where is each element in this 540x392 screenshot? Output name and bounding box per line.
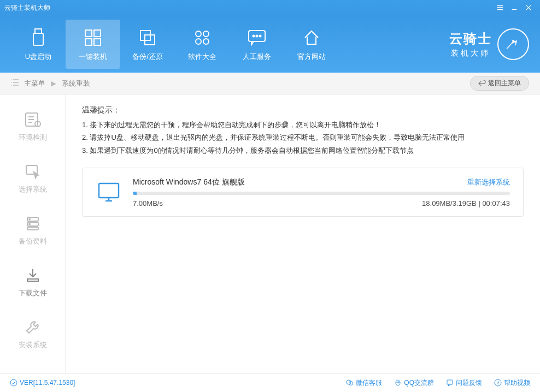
svg-point-16 [512,40,514,42]
nav-label: 备份/还原 [132,52,163,62]
download-icon [25,265,41,285]
sidebar: 环境检测 选择系统 备份资料 下载文件 安装系统 [0,94,66,373]
svg-rect-25 [99,183,119,198]
svg-rect-5 [94,39,101,45]
main-content: 温馨提示： 1. 接下来的过程无需您的干预，程序会帮助您自动完成剩下的步骤，您可… [66,94,540,373]
brand-sub: 装机大师 [451,49,490,58]
svg-point-27 [347,380,351,384]
tips-title: 温馨提示： [82,105,524,115]
tips-line-3: 3. 如果遇到下载速度为0的情况时请耐心等待几分钟，服务器会自动根据您当前网络位… [82,144,524,157]
nav-website[interactable]: 官方网站 [284,20,339,69]
os-name: Microsoft Windows7 64位 旗舰版 [133,177,245,187]
brand: 云骑士 装机大师 [449,28,529,60]
svg-rect-32 [447,380,453,384]
nav-label: 软件大全 [188,52,216,62]
sidebar-item-select-system[interactable]: 选择系统 [0,152,65,204]
list-icon [11,79,20,88]
nav-label: 官方网站 [297,52,326,62]
svg-point-10 [196,39,201,44]
footer: VER[11.5.47.1530] 微信客服 QQ交流群 问题反馈 帮助视频 [0,373,540,392]
reselect-system-link[interactable]: 重新选择系统 [467,177,510,187]
nav-backup-restore[interactable]: 备份/还原 [120,20,175,69]
home-icon [302,27,321,49]
svg-point-15 [260,35,261,37]
titlebar: 云骑士装机大师 [0,0,540,15]
brand-logo-icon [497,28,529,60]
back-to-main-button[interactable]: 返回主菜单 [470,76,529,91]
download-progress-text: 18.09MB/3.19GB | 00:07:43 [422,199,510,207]
sidebar-item-backup-data[interactable]: 备份资料 [0,204,65,256]
usb-icon [30,27,47,49]
backup-icon [138,27,157,49]
footer-feedback[interactable]: 问题反馈 [446,378,482,388]
footer-help-video[interactable]: 帮助视频 [494,378,530,388]
download-card: Microsoft Windows7 64位 旗舰版 重新选择系统 7.00MB… [82,168,524,217]
svg-point-24 [29,223,30,224]
svg-rect-1 [33,33,43,45]
database-icon [25,213,41,233]
svg-point-8 [196,31,201,37]
svg-rect-3 [94,30,101,37]
svg-point-31 [398,382,400,383]
windows-icon [84,27,102,49]
svg-rect-4 [85,39,92,45]
nav-label: 人工服务 [243,52,271,62]
svg-rect-0 [35,29,42,33]
svg-point-14 [256,35,258,37]
svg-rect-2 [85,30,92,37]
app-title: 云骑士装机大师 [4,3,50,13]
checklist-icon [24,110,42,129]
version-label[interactable]: VER[11.5.47.1530] [10,379,75,387]
top-nav: U盘启动 一键装机 备份/还原 软件大全 人工服务 官方网站 云骑士 装机大师 [0,15,540,73]
svg-point-29 [396,380,400,385]
progress-fill [133,192,137,195]
breadcrumb: 主菜单 ▶ 系统重装 返回主菜单 [0,73,540,94]
svg-point-9 [203,31,209,37]
nav-one-click-install[interactable]: 一键装机 [66,20,120,69]
monitor-icon [96,179,122,205]
footer-wechat-support[interactable]: 微信客服 [346,378,382,388]
svg-point-23 [29,218,30,219]
breadcrumb-root[interactable]: 主菜单 [24,79,45,88]
download-speed: 7.00MB/s [133,199,163,207]
sidebar-label: 备份资料 [19,236,47,246]
tips-line-1: 1. 接下来的过程无需您的干预，程序会帮助您自动完成剩下的步骤，您可以离开电脑稍… [82,118,524,131]
nav-software[interactable]: 软件大全 [175,20,230,69]
apps-icon [193,27,212,49]
back-label: 返回主菜单 [488,79,521,88]
sidebar-label: 选择系统 [19,185,47,194]
close-button[interactable] [521,2,536,13]
svg-point-11 [203,39,209,44]
svg-point-30 [397,382,398,383]
sidebar-label: 安装系统 [19,340,47,350]
minimize-button[interactable] [507,2,521,13]
sidebar-item-download[interactable]: 下载文件 [0,256,65,307]
sidebar-label: 下载文件 [19,288,47,298]
breadcrumb-current: 系统重装 [62,79,90,88]
sidebar-item-install[interactable]: 安装系统 [0,307,65,359]
chat-icon [247,27,267,49]
cursor-select-icon [24,162,42,181]
nav-usb-boot[interactable]: U盘启动 [11,20,66,69]
sidebar-label: 环境检测 [19,133,47,142]
chevron-right-icon: ▶ [51,79,56,87]
wrench-icon [25,317,41,337]
svg-rect-22 [27,227,38,230]
footer-qq-group[interactable]: QQ交流群 [394,378,434,388]
nav-support[interactable]: 人工服务 [230,20,284,69]
brand-main: 云骑士 [449,30,492,47]
sidebar-item-env-check[interactable]: 环境检测 [0,100,65,152]
svg-point-13 [253,35,255,37]
tips-line-2: 2. 请拔掉U盘、移动硬盘，退出光驱内的光盘，并保证系统重装过程不断电。否则重装… [82,131,524,144]
nav-label: 一键装机 [79,52,107,62]
menu-button[interactable] [493,2,507,13]
svg-point-33 [495,379,501,386]
download-progress-bar [133,192,510,195]
svg-point-26 [10,379,17,386]
nav-label: U盘启动 [25,52,51,62]
